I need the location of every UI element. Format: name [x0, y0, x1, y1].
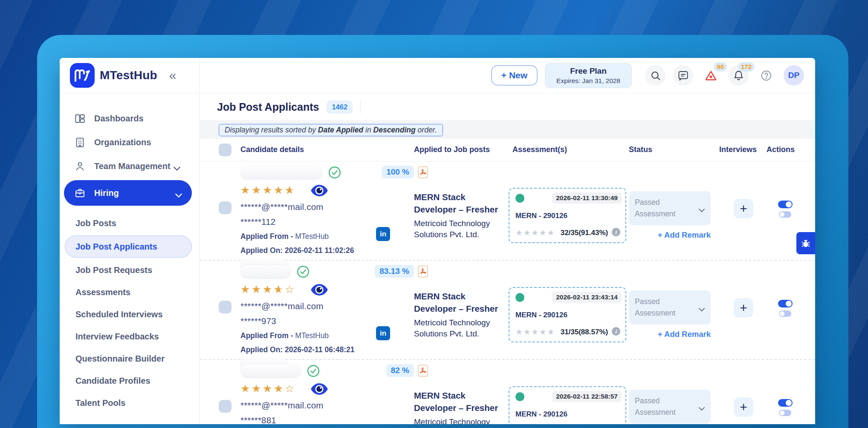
add-remark-link[interactable]: + Add Remark: [629, 330, 711, 339]
alerts-button[interactable]: 90: [700, 65, 721, 86]
sidebar-subitem-interview-feedbacks[interactable]: Interview Feedbacks: [65, 327, 192, 346]
messages-button[interactable]: [673, 65, 693, 86]
sidebar-item-team-management[interactable]: Team Management: [60, 156, 195, 176]
redacted-candidate-name: [240, 166, 322, 179]
sidebar-collapse-icon[interactable]: «: [169, 69, 176, 82]
resume-pdf-icon[interactable]: [418, 265, 428, 278]
chevron-down-icon: [175, 190, 182, 195]
row-checkbox[interactable]: [219, 201, 231, 214]
company-name: Metricoid Technology Solutions Pvt. Ltd.: [414, 317, 507, 339]
column-status: Status: [629, 145, 652, 154]
info-icon[interactable]: i: [612, 228, 620, 236]
mtesthub-logo-icon: [70, 63, 95, 88]
applicant-row: 100 % ★★★★☆★ ******@*****mail.com ******…: [200, 161, 815, 261]
match-score-badge: 82 %: [386, 364, 414, 377]
status-dropdown[interactable]: Passed Assessment: [629, 290, 711, 325]
sidebar-subitem-job-posts[interactable]: Job Posts: [65, 213, 192, 233]
action-toggle-off[interactable]: [779, 310, 791, 317]
sidebar-item-hiring[interactable]: Hiring: [64, 180, 192, 206]
assessment-score: 31/35(88.57%): [561, 328, 608, 336]
candidate-rating-stars: ★★★☆★☆: [240, 284, 296, 296]
sort-info-banner: Displaying results sorted by Date Applie…: [219, 124, 443, 136]
chat-icon: [677, 70, 689, 81]
assessment-code: MERN - 290126: [515, 410, 567, 419]
job-title: MERN Stack Developer – Fresher: [414, 191, 507, 215]
column-applied-to: Applied to Job posts: [414, 145, 490, 154]
action-toggle-on[interactable]: [778, 300, 793, 307]
row-checkbox[interactable]: [219, 400, 231, 413]
candidate-rating-stars: ★★★★☆★: [240, 184, 296, 196]
add-interview-button[interactable]: +: [734, 199, 753, 218]
resume-pdf-icon[interactable]: [418, 166, 428, 178]
assessment-card[interactable]: 2026-02-11 23:43:14 MERN - 290126 ★★★★★ …: [509, 287, 626, 342]
sidebar-subitem-assessments[interactable]: Assessments: [65, 282, 192, 302]
action-toggle-on[interactable]: [778, 399, 793, 407]
chevron-down-icon: [698, 405, 705, 412]
action-toggle-off[interactable]: [779, 211, 791, 218]
status-dropdown[interactable]: Passed Assessment: [629, 191, 711, 225]
action-toggle-off[interactable]: [779, 410, 791, 416]
team-icon: [74, 161, 86, 172]
assessment-card[interactable]: 2026-02-11 22:58:57 MERN - 290126 ★★★★★ …: [509, 386, 626, 424]
add-interview-button[interactable]: +: [734, 397, 753, 417]
view-profile-eye-icon[interactable]: [310, 383, 328, 395]
actions-cell: [778, 300, 793, 317]
company-name: Metricoid Technology Solutions Pvt. Ltd.: [414, 218, 507, 240]
linkedin-icon[interactable]: in: [376, 326, 390, 340]
status-cell: Passed Assessment + Add Remark: [629, 390, 711, 424]
resume-pdf-icon[interactable]: [418, 365, 428, 377]
masked-phone: ******973: [240, 316, 428, 326]
alerts-count-badge: 90: [714, 62, 727, 72]
match-score-badge: 83.13 %: [375, 265, 414, 278]
briefcase-icon: [74, 187, 86, 199]
new-button[interactable]: + New: [491, 65, 538, 86]
applicants-table-body: 100 % ★★★★☆★ ******@*****mail.com ******…: [200, 161, 815, 424]
masked-phone: ******881: [240, 415, 428, 424]
sidebar-subitem-questionnaire-builder[interactable]: Questionnaire Builder: [65, 349, 192, 368]
app-window: MTestHub « DashboardsOrganizationsTeam M…: [60, 58, 815, 424]
select-all-checkbox[interactable]: [219, 144, 231, 156]
verified-check-icon: [328, 166, 341, 179]
applied-on-line: Applied On: 2026-02-11 06:48:21: [240, 345, 428, 354]
sidebar-subitem-job-post-applicants[interactable]: Job Post Applicants: [65, 236, 192, 258]
candidate-details-cell: 100 % ★★★★☆★ ******@*****mail.com ******…: [240, 165, 428, 272]
company-name: Metricoid Technology Solutions Pvt. Ltd.: [414, 417, 507, 424]
bug-icon: [800, 238, 811, 249]
chevron-down-icon: [173, 164, 181, 169]
assessment-rating-stars: ★★★★★: [515, 327, 555, 337]
assessment-code: MERN - 290126: [515, 212, 567, 220]
applied-from-line: Applied From - MTestHub: [240, 331, 428, 340]
add-remark-link[interactable]: + Add Remark: [629, 230, 711, 240]
sidebar-subitem-talent-pools[interactable]: Talent Pools: [65, 393, 192, 413]
sidebar-item-dashboards[interactable]: Dashboards: [60, 109, 195, 128]
assessment-code: MERN - 290126: [515, 311, 567, 319]
status-dropdown[interactable]: Passed Assessment: [629, 390, 711, 424]
question-mark-icon: [761, 70, 772, 81]
sidebar-subitem-scheduled-interviews[interactable]: Scheduled Interviews: [65, 304, 192, 324]
applicants-count-badge: 1462: [327, 101, 353, 114]
info-icon[interactable]: i: [612, 327, 620, 336]
status-value: Passed Assessment: [635, 197, 686, 220]
applied-job-cell: MERN Stack Developer – Fresher Metricoid…: [414, 191, 507, 240]
masked-email: ******@*****mail.com: [240, 400, 428, 411]
sidebar-subitem-candidate-profiles[interactable]: Candidate Profiles: [65, 371, 192, 391]
view-profile-eye-icon[interactable]: [310, 284, 328, 296]
sidebar-item-organizations[interactable]: Organizations: [60, 132, 195, 152]
notifications-button[interactable]: 172: [728, 65, 749, 86]
applied-on-line: Applied On: 2026-02-11 11:02:26: [240, 246, 428, 255]
action-toggle-on[interactable]: [778, 201, 793, 208]
search-button[interactable]: [645, 65, 665, 86]
row-checkbox[interactable]: [219, 301, 231, 313]
sidebar-subitem-job-post-requests[interactable]: Job Post Requests: [65, 260, 192, 280]
report-bug-button[interactable]: [796, 232, 815, 254]
user-avatar[interactable]: DP: [784, 65, 804, 86]
view-profile-eye-icon[interactable]: [310, 184, 328, 197]
applied-job-cell: MERN Stack Developer – Fresher Metricoid…: [414, 390, 507, 424]
sidebar-item-label: Team Management: [94, 161, 171, 171]
add-interview-button[interactable]: +: [734, 298, 753, 318]
plan-name: Free Plan: [556, 66, 620, 76]
linkedin-icon[interactable]: in: [376, 227, 390, 241]
assessment-card[interactable]: 2026-02-11 13:30:49 MERN - 290126 ★★★★★ …: [509, 188, 626, 243]
help-button[interactable]: [756, 65, 776, 86]
plan-chip[interactable]: Free Plan Expires: Jan 31, 2028: [545, 63, 632, 88]
